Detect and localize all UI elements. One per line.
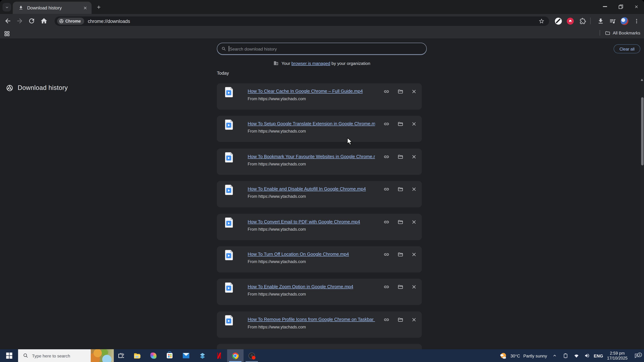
bookmarks-bar — [0, 28, 644, 39]
mail-icon — [183, 353, 189, 358]
tab-close-icon[interactable] — [83, 5, 88, 10]
download-source: From https://www.ytachads.com — [248, 129, 306, 134]
weather-icon[interactable] — [498, 352, 509, 359]
start-button[interactable] — [0, 349, 18, 362]
taskbar-clock[interactable]: 2:59 pm 17/10/2025 — [604, 351, 630, 361]
clear-all-button[interactable]: Clear all — [614, 44, 640, 53]
copy-link-icon[interactable] — [384, 121, 390, 127]
home-button[interactable] — [40, 17, 48, 25]
remove-download-icon[interactable] — [411, 317, 417, 323]
video-file-icon — [225, 120, 233, 130]
bing-daily-image[interactable] — [91, 349, 114, 362]
volume-icon[interactable] — [582, 353, 592, 358]
all-bookmarks-button[interactable]: All Bookmarks — [600, 30, 640, 36]
notification-badge: 1 — [637, 352, 642, 357]
remove-download-icon[interactable] — [411, 252, 417, 257]
show-in-folder-icon[interactable] — [398, 317, 404, 323]
show-in-folder-icon[interactable] — [398, 219, 404, 225]
copy-link-icon[interactable] — [384, 154, 390, 160]
download-file-link[interactable]: How To Bookmark Your Favourite Websites … — [248, 154, 375, 159]
download-file-link[interactable]: How To Turn Off Location On Google Chrom… — [248, 252, 349, 257]
toolbar-separator — [590, 18, 590, 24]
managed-link[interactable]: browser is managed — [292, 61, 330, 65]
minimize-button[interactable] — [597, 0, 613, 13]
show-in-folder-icon[interactable] — [398, 154, 404, 160]
taskbar-app-obs[interactable] — [244, 349, 260, 362]
scrollbar[interactable] — [640, 78, 644, 362]
tab-download-history[interactable]: Download history — [13, 1, 92, 14]
scroll-up-arrow[interactable] — [641, 79, 643, 81]
extension-icon-red[interactable] — [567, 18, 574, 25]
download-file-link[interactable]: How To Enable and Disable Autofill In Go… — [248, 186, 366, 191]
copy-link-icon[interactable] — [384, 284, 390, 290]
action-center-button[interactable]: 1 — [630, 353, 644, 359]
show-in-folder-icon[interactable] — [398, 121, 404, 127]
cast-device-icon[interactable] — [560, 353, 571, 358]
file-explorer-icon — [133, 352, 140, 359]
taskbar-app-chrome[interactable] — [227, 349, 244, 362]
remove-download-icon[interactable] — [411, 89, 417, 94]
menu-kebab-icon[interactable] — [634, 18, 640, 25]
download-file-link[interactable]: How To Remove Profile Icons from Google … — [248, 317, 375, 322]
profile-avatar[interactable] — [620, 17, 628, 25]
tab-search-button[interactable] — [2, 3, 11, 11]
extensions-puzzle-icon[interactable] — [579, 18, 586, 25]
taskbar-app-file-explorer[interactable] — [128, 349, 145, 362]
copy-link-icon[interactable] — [384, 186, 390, 192]
copy-link-icon[interactable] — [384, 317, 390, 323]
weather-temp[interactable]: 30°C — [510, 353, 520, 358]
extension-icon-dark[interactable] — [555, 18, 562, 25]
show-in-folder-icon[interactable] — [398, 186, 404, 192]
download-search-input[interactable] — [230, 46, 422, 51]
bookmark-star-icon[interactable] — [538, 18, 544, 24]
downloads-page: Download history Clear all Your browser … — [0, 39, 644, 349]
copy-link-icon[interactable] — [384, 219, 390, 225]
download-file-link[interactable]: How To Setup Google Translate Extension … — [248, 121, 375, 126]
address-bar[interactable]: Chrome chrome://downloads — [54, 16, 549, 26]
remove-download-icon[interactable] — [411, 219, 417, 225]
remove-download-icon[interactable] — [411, 154, 417, 160]
close-window-button[interactable] — [628, 0, 644, 13]
wifi-glyph — [574, 353, 579, 358]
reload-button[interactable] — [28, 17, 35, 25]
restore-button[interactable] — [613, 0, 628, 13]
taskbar-app-copilot[interactable] — [145, 349, 161, 362]
wifi-icon[interactable] — [571, 353, 582, 358]
remove-download-icon[interactable] — [411, 284, 417, 290]
downloads-list: How To Clear Cache In Google Chrome – Fu… — [217, 83, 422, 344]
taskbar-app-netflix[interactable] — [211, 349, 227, 362]
download-file-link[interactable]: How To Clear Cache In Google Chrome – Fu… — [248, 89, 363, 93]
taskbar-search-box[interactable] — [18, 349, 114, 362]
show-in-folder-icon[interactable] — [398, 284, 404, 290]
apps-grid-icon[interactable] — [4, 31, 10, 36]
back-button[interactable] — [4, 17, 12, 25]
media-queue-icon[interactable] — [609, 18, 616, 25]
download-source: From https://www.ytachads.com — [248, 292, 306, 296]
download-file-link[interactable]: How To Convert Email to PDF with Google … — [248, 219, 360, 224]
taskbar-app-store[interactable] — [161, 349, 178, 362]
windows-taskbar: 30°C Partly sunny ENG 2:59 pm 17/10/2025… — [0, 349, 644, 362]
download-search-box[interactable] — [217, 43, 427, 54]
taskbar-app-defender[interactable] — [194, 349, 211, 362]
show-in-folder-icon[interactable] — [398, 89, 404, 94]
language-indicator[interactable]: ENG — [592, 353, 604, 358]
show-in-folder-icon[interactable] — [398, 252, 404, 257]
taskbar-app-mail[interactable] — [178, 349, 194, 362]
remove-download-icon[interactable] — [411, 121, 417, 127]
video-file-icon — [225, 250, 233, 260]
task-view-button[interactable] — [114, 349, 128, 362]
copy-link-icon[interactable] — [384, 89, 390, 94]
remove-download-icon[interactable] — [411, 186, 417, 192]
copy-link-icon[interactable] — [384, 252, 390, 257]
download-item: How To Convert Email to PDF with Google … — [217, 214, 422, 240]
video-file-icon — [225, 87, 233, 97]
downloads-toolbar-icon[interactable] — [597, 18, 604, 25]
tray-expand-chevron[interactable] — [549, 354, 560, 358]
weather-condition[interactable]: Partly sunny — [524, 353, 547, 358]
download-file-link[interactable]: How To Enable Zoom Option in Google Chro… — [248, 284, 353, 289]
scrollbar-thumb[interactable] — [641, 97, 643, 165]
site-chip[interactable]: Chrome — [57, 18, 84, 25]
forward-button[interactable] — [16, 17, 24, 25]
video-file-icon — [225, 185, 233, 195]
new-tab-button[interactable] — [94, 3, 103, 11]
